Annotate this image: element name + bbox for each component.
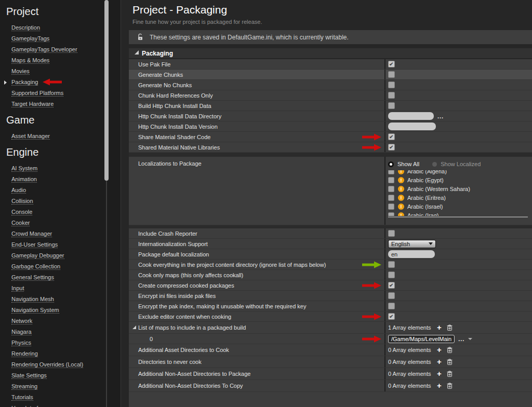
row-label-text: Include Crash Reporter <box>138 230 197 237</box>
settings-row-generate-chunks: Generate Chunks <box>129 70 532 80</box>
browse-ellipsis-button[interactable]: ... <box>437 114 444 119</box>
sidebar-item-general-settings[interactable]: General Settings <box>6 272 121 283</box>
sidebar-item-garbage-collection[interactable]: Garbage Collection <box>6 261 121 272</box>
sidebar-item-niagara[interactable]: Niagara <box>6 327 121 337</box>
row-label: Additional Asset Directories to Cook <box>129 344 384 356</box>
sidebar-item-tutorials[interactable]: Tutorials <box>6 392 121 403</box>
setting-checkbox[interactable] <box>388 133 395 140</box>
section-title: Packaging <box>142 50 173 57</box>
locale-checkbox[interactable] <box>388 177 394 183</box>
section-expanded-icon <box>135 50 139 55</box>
sidebar-item-label: Description <box>11 24 40 31</box>
locale-list-scrollbar[interactable] <box>388 216 528 218</box>
warning-icon: ! <box>398 212 404 216</box>
locale-checkbox[interactable] <box>388 186 394 192</box>
locale-item-arabic-iraq[interactable]: !Arabic (Iraq) <box>388 211 532 216</box>
add-element-button[interactable]: + <box>437 358 442 365</box>
sidebar-item-animation[interactable]: Animation <box>6 174 121 185</box>
dropdown-internationalization-support[interactable]: English <box>388 240 436 248</box>
setting-checkbox[interactable] <box>388 272 395 278</box>
sidebar-item-description[interactable]: Description <box>6 22 121 33</box>
setting-checkbox[interactable] <box>388 261 395 268</box>
settings-row-additional-asset-directories-to-cook: Additional Asset Directories to Cook0 Ar… <box>129 344 532 356</box>
setting-checkbox[interactable] <box>388 144 395 151</box>
setting-checkbox[interactable] <box>388 61 395 67</box>
delete-elements-button[interactable] <box>447 359 453 365</box>
row-label-text: Cook everything in the project content d… <box>138 262 326 268</box>
sidebar-item-gameplaytags-developer[interactable]: GameplayTags Developer <box>6 44 121 55</box>
sidebar-item-slate-settings[interactable]: Slate Settings <box>6 370 121 381</box>
setting-checkbox[interactable] <box>388 292 395 299</box>
setting-checkbox[interactable] <box>388 82 395 88</box>
sidebar-item-label: General Settings <box>11 274 54 281</box>
sidebar-item-navigation-system[interactable]: Navigation System <box>6 305 121 316</box>
sidebar-item-user-interface[interactable]: User Interface <box>6 403 121 407</box>
sidebar-item-physics[interactable]: Physics <box>6 337 121 348</box>
settings-rows: Use Pak FileGenerate ChunksGenerate No C… <box>129 59 532 407</box>
section-header-packaging[interactable]: Packaging <box>129 48 532 59</box>
sidebar-item-rendering-overrides-local[interactable]: Rendering Overrides (Local) <box>6 359 121 370</box>
locale-checkbox[interactable] <box>388 170 394 174</box>
locale-item-arabic-western-sahara[interactable]: !Arabic (Western Sahara) <box>388 184 532 193</box>
add-element-button[interactable]: + <box>437 346 442 354</box>
delete-elements-button[interactable] <box>447 383 453 389</box>
locale-checkbox[interactable] <box>388 204 394 210</box>
sidebar-item-supported-platforms[interactable]: Supported Platforms <box>6 88 121 99</box>
sidebar-item-packaging[interactable]: Packaging <box>6 77 121 88</box>
sidebar-item-crowd-manager[interactable]: Crowd Manager <box>6 228 121 239</box>
sidebar-item-label: Packaging <box>11 79 38 86</box>
sidebar-item-cooker[interactable]: Cooker <box>6 218 121 228</box>
locale-item-arabic-israel[interactable]: !Arabic (Israel) <box>388 202 532 211</box>
add-element-button[interactable]: + <box>437 370 442 377</box>
setting-checkbox[interactable] <box>388 303 395 309</box>
sidebar-item-ai-system[interactable]: AI System <box>6 163 121 174</box>
settings-row-include-crash-reporter: Include Crash Reporter <box>129 228 532 239</box>
radio-show-localized[interactable] <box>432 162 437 167</box>
sidebar-item-label: Maps & Modes <box>11 57 49 64</box>
package-default-localization-input[interactable] <box>388 250 435 258</box>
locale-list[interactable]: !Arabic (Algeria)!Arabic (Egypt)!Arabic … <box>388 170 532 216</box>
sidebar-item-rendering[interactable]: Rendering <box>6 348 121 359</box>
add-element-button[interactable]: + <box>437 382 442 389</box>
locale-item-arabic-egypt[interactable]: !Arabic (Egypt) <box>388 175 532 184</box>
delete-elements-button[interactable] <box>447 347 453 354</box>
asset-picker-combo[interactable]: /Game/Maps/LevelMain <box>388 335 455 343</box>
sidebar-item-end-user-settings[interactable]: End-User Settings <box>6 239 121 250</box>
sidebar-item-gameplay-debugger[interactable]: Gameplay Debugger <box>6 250 121 261</box>
setting-checkbox[interactable] <box>388 313 395 320</box>
add-element-button[interactable]: + <box>437 324 442 331</box>
browse-ellipsis-button[interactable]: ... <box>458 336 464 342</box>
locale-item-arabic-eritrea[interactable]: !Arabic (Eritrea) <box>388 193 532 202</box>
sidebar-item-navigation-mesh[interactable]: Navigation Mesh <box>6 294 121 305</box>
chevron-down-icon[interactable] <box>468 338 472 340</box>
sidebar-item-network[interactable]: Network <box>6 316 121 327</box>
locale-checkbox[interactable] <box>388 212 394 216</box>
sidebar-item-movies[interactable]: Movies <box>6 66 121 77</box>
setting-checkbox[interactable] <box>388 71 395 78</box>
http-chunk-install-data-version-input[interactable] <box>388 123 436 130</box>
locale-item-arabic-algeria[interactable]: !Arabic (Algeria) <box>388 170 532 175</box>
sidebar-item-streaming[interactable]: Streaming <box>6 381 121 392</box>
sidebar-item-maps-modes[interactable]: Maps & Modes <box>6 55 121 66</box>
sidebar-item-asset-manager[interactable]: Asset Manager <box>6 131 121 142</box>
row-label: Build Http Chunk Install Data <box>129 101 384 111</box>
setting-checkbox[interactable] <box>388 282 395 289</box>
setting-checkbox[interactable] <box>388 230 395 237</box>
warning-icon: ! <box>398 204 404 210</box>
delete-elements-button[interactable] <box>447 324 453 331</box>
sidebar-item-label: Asset Manager <box>11 133 50 140</box>
delete-elements-button[interactable] <box>447 371 453 377</box>
sidebar-item-input[interactable]: Input <box>6 283 121 294</box>
setting-checkbox[interactable] <box>388 92 395 99</box>
sidebar-item-console[interactable]: Console <box>6 207 121 218</box>
http-chunk-install-data-directory-input[interactable] <box>388 112 434 120</box>
setting-checkbox[interactable] <box>388 102 395 109</box>
sidebar-item-audio[interactable]: Audio <box>6 185 121 196</box>
sidebar-item-target-hardware[interactable]: Target Hardware <box>6 99 121 110</box>
sidebar-scrollbar-thumb[interactable] <box>104 0 109 181</box>
locale-checkbox[interactable] <box>388 195 394 201</box>
sidebar-item-collision[interactable]: Collision <box>6 196 121 207</box>
row-expanded-icon[interactable] <box>132 325 136 329</box>
radio-show-all[interactable] <box>388 161 394 167</box>
sidebar-item-gameplaytags[interactable]: GameplayTags <box>6 33 121 44</box>
